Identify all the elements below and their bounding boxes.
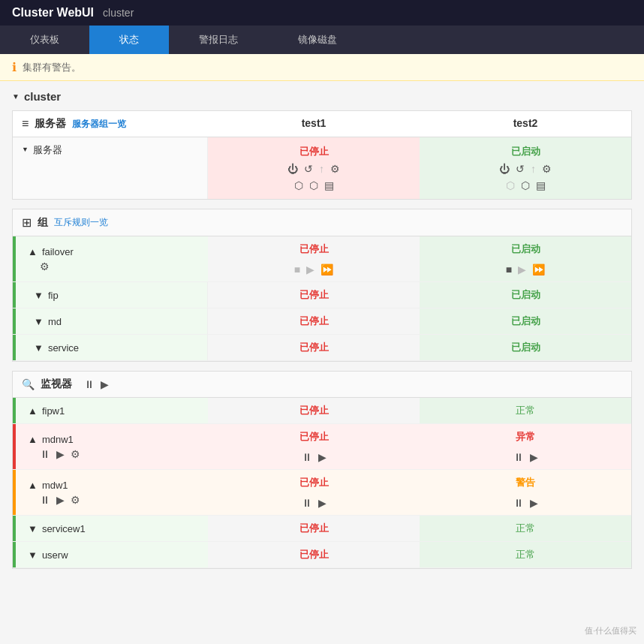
monitor-row-mdnw1: ▲ mdnw1 ⏸ ▶ ⚙ 已停止 ⏸ ▶ 异常 bbox=[13, 424, 631, 470]
refresh-icon-2[interactable]: ↺ bbox=[516, 163, 525, 175]
cube-icon-2[interactable]: ⬡ bbox=[506, 179, 515, 191]
mdw1-pause-icon1[interactable]: ⏸ bbox=[302, 497, 312, 509]
power-icon-2[interactable]: ⏻ bbox=[499, 163, 510, 175]
server1-header: test1 bbox=[208, 111, 420, 137]
server2-status-cell: 已启动 ⏻ ↺ ↑ ⚙ ⬡ ⬡ ▤ bbox=[420, 137, 631, 199]
userw-cell1: 已停止 bbox=[208, 542, 420, 567]
mdw1-settings-icon[interactable]: ⚙ bbox=[71, 494, 80, 506]
failover-collapse-icon[interactable]: ▲ bbox=[28, 246, 38, 257]
power-icon[interactable]: ⏻ bbox=[287, 163, 298, 175]
forward-icon[interactable]: ⏩ bbox=[320, 263, 333, 275]
mdw1-play-icon2[interactable]: ▶ bbox=[530, 497, 538, 509]
mdnw1-pause-icon2[interactable]: ⏸ bbox=[513, 451, 524, 463]
settings-icon[interactable]: ⚙ bbox=[330, 163, 340, 175]
warning-banner: ℹ 集群有警告。 bbox=[0, 54, 644, 81]
mdnw1-play-icon1[interactable]: ▶ bbox=[318, 451, 327, 463]
settings-icon-2[interactable]: ⚙ bbox=[542, 163, 552, 175]
watermark: 值·什么值得买 bbox=[585, 625, 636, 636]
mdnw1-play-icon2[interactable]: ▶ bbox=[530, 451, 538, 463]
cubes-icon[interactable]: ⬡ bbox=[309, 179, 318, 191]
stop-icon-2[interactable]: ■ bbox=[506, 263, 512, 275]
failover-status1: 已停止 bbox=[299, 242, 329, 256]
mdw1-label: ▲ mdw1 ⏸ ▶ ⚙ bbox=[13, 470, 208, 515]
monitor-pause-icon[interactable]: ⏸ bbox=[84, 378, 95, 390]
servicew1-cell1: 已停止 bbox=[208, 516, 420, 541]
mdnw1-settings-icon[interactable]: ⚙ bbox=[71, 448, 80, 460]
mdw1-cell2: 警告 ⏸ ▶ bbox=[420, 470, 631, 515]
monitor-section-label: 监视器 bbox=[41, 378, 72, 391]
fipw1-collapse-icon[interactable]: ▲ bbox=[28, 405, 38, 417]
tab-mirror[interactable]: 镜像磁盘 bbox=[268, 26, 367, 54]
server-collapse-icon[interactable]: ▼ bbox=[22, 146, 29, 153]
cube-icon[interactable]: ⬡ bbox=[294, 179, 303, 191]
group-row-md: ▼ md 已停止 已启动 bbox=[13, 308, 631, 335]
mdw1-pause-icon[interactable]: ⏸ bbox=[40, 494, 50, 506]
md-label: ▼ md bbox=[13, 308, 208, 334]
play-icon-2[interactable]: ▶ bbox=[518, 263, 526, 275]
up-icon-2[interactable]: ↑ bbox=[531, 163, 536, 175]
fipw1-status1: 已停止 bbox=[299, 404, 329, 417]
collapse-icon[interactable]: ▼ bbox=[12, 92, 20, 101]
mdnw1-pause-icon1[interactable]: ⏸ bbox=[302, 451, 312, 463]
servicew1-status-bar bbox=[13, 516, 16, 541]
groups-header-left: ⊞ 组 互斥规则一览 bbox=[13, 209, 208, 236]
mdnw1-pause-icon[interactable]: ⏸ bbox=[40, 448, 50, 460]
servicew1-collapse-icon[interactable]: ▼ bbox=[28, 523, 38, 534]
service-status-bar bbox=[13, 335, 16, 360]
groups-table: ⊞ 组 互斥规则一览 ▲ failover ⚙ bbox=[12, 209, 632, 362]
failover-status-bar bbox=[13, 236, 16, 281]
mdw1-collapse-icon[interactable]: ▲ bbox=[28, 480, 38, 491]
mdw1-play-icon[interactable]: ▶ bbox=[56, 494, 65, 506]
monitor-server2-header bbox=[420, 372, 631, 397]
mdnw1-play-icon[interactable]: ▶ bbox=[56, 448, 65, 460]
servers-section-label: 服务器 bbox=[35, 117, 66, 131]
server-label: 服务器 bbox=[33, 143, 62, 157]
up-icon[interactable]: ↑ bbox=[319, 163, 324, 175]
tab-alerts[interactable]: 警报日志 bbox=[169, 26, 268, 54]
mdnw1-label: ▲ mdnw1 ⏸ ▶ ⚙ bbox=[13, 424, 208, 469]
mdw1-controls2: ⏸ ▶ bbox=[513, 497, 538, 509]
film-icon[interactable]: ▤ bbox=[324, 179, 334, 191]
failover-settings-icon[interactable]: ⚙ bbox=[40, 260, 50, 272]
stop-icon[interactable]: ■ bbox=[294, 263, 300, 275]
fipw1-status2: 正常 bbox=[516, 404, 535, 417]
fipw1-name: fipw1 bbox=[42, 405, 65, 417]
tab-dashboard[interactable]: 仪表板 bbox=[0, 26, 89, 54]
mdnw1-collapse-icon[interactable]: ▲ bbox=[28, 434, 38, 445]
servicew1-status1: 已停止 bbox=[299, 522, 329, 535]
server-group-link[interactable]: 服务器组一览 bbox=[72, 118, 126, 131]
nav-tabs: 仪表板 状态 警报日志 镜像磁盘 bbox=[0, 26, 644, 54]
md-status1: 已停止 bbox=[299, 314, 329, 328]
server-row-label: ▼ 服务器 bbox=[13, 137, 208, 199]
monitor-play-header-icon[interactable]: ▶ bbox=[101, 378, 109, 390]
groups-view-link[interactable]: 互斥规则一览 bbox=[54, 216, 108, 229]
monitors-table-header: 🔍 监视器 ⏸ ▶ bbox=[13, 372, 631, 398]
refresh-icon[interactable]: ↺ bbox=[304, 163, 313, 175]
md-collapse-icon[interactable]: ▼ bbox=[34, 316, 44, 327]
mdw1-pause-icon2[interactable]: ⏸ bbox=[513, 497, 524, 509]
groups-section-icon: ⊞ bbox=[22, 215, 32, 230]
servicew1-cell2: 正常 bbox=[420, 516, 631, 541]
fipw1-cell2: 正常 bbox=[420, 398, 631, 423]
mdw1-play-icon1[interactable]: ▶ bbox=[318, 497, 327, 509]
service-cell1: 已停止 bbox=[208, 335, 420, 360]
mdnw1-cell2: 异常 ⏸ ▶ bbox=[420, 424, 631, 469]
film-icon-2[interactable]: ▤ bbox=[536, 179, 546, 191]
groups-server1-header bbox=[208, 209, 420, 236]
server2-header: test2 bbox=[420, 111, 631, 137]
server1-status-cell: 已停止 ⏻ ↺ ↑ ⚙ ⬡ ⬡ ▤ bbox=[208, 137, 420, 199]
fip-collapse-icon[interactable]: ▼ bbox=[34, 290, 44, 301]
service-collapse-icon[interactable]: ▼ bbox=[34, 342, 44, 354]
cluster-section-header: ▼ cluster bbox=[12, 90, 632, 103]
cluster-name-label: cluster bbox=[24, 90, 61, 103]
fip-status1: 已停止 bbox=[299, 288, 329, 302]
md-cell2: 已启动 bbox=[420, 308, 631, 334]
monitor-search-icon: 🔍 bbox=[22, 378, 35, 390]
userw-collapse-icon[interactable]: ▼ bbox=[28, 549, 38, 561]
cubes-icon-2[interactable]: ⬡ bbox=[521, 179, 530, 191]
forward-icon-2[interactable]: ⏩ bbox=[532, 263, 545, 275]
play-icon[interactable]: ▶ bbox=[306, 263, 314, 275]
failover-cell1: 已停止 ■ ▶ ⏩ bbox=[208, 236, 420, 281]
tab-status[interactable]: 状态 bbox=[89, 26, 169, 54]
group-row-service: ▼ service 已停止 已启动 bbox=[13, 335, 631, 361]
